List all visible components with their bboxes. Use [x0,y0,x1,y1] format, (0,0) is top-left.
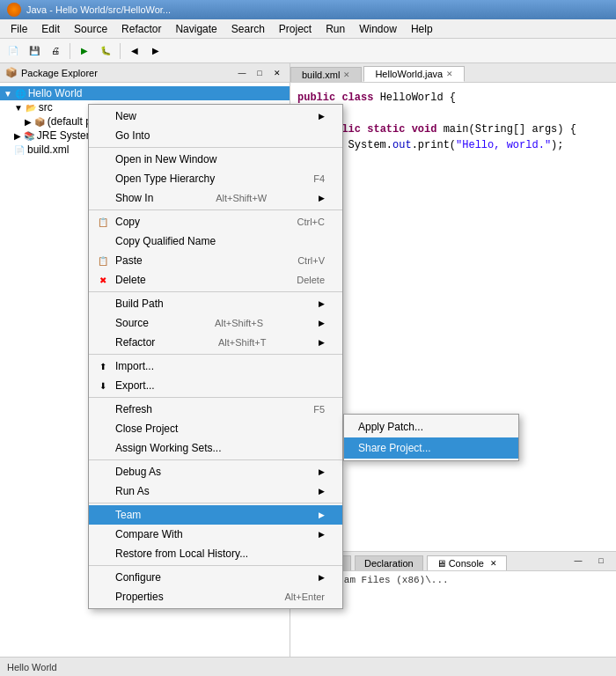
ctx-opentype[interactable]: Open Type Hierarchy F4 [89,169,342,188]
ctx-source[interactable]: Source Alt+Shift+S [89,313,342,333]
ctx-properties[interactable]: Properties Alt+Enter [89,587,342,606]
ctx-team[interactable]: Team [89,505,342,525]
pe-maximize[interactable]: □ [253,66,267,80]
toolbar-debug[interactable]: 🐛 [96,41,115,61]
ctx-refactor[interactable]: Refactor Alt+Shift+T [89,333,342,352]
ctx-copy[interactable]: 📋 Copy Ctrl+C [89,212,342,231]
ctx-new[interactable]: New [89,107,342,126]
ctx-delete[interactable]: ✖ Delete Delete [89,270,342,290]
tab-declaration-label: Declaration [364,558,414,569]
ctx-gointo[interactable]: Go Into [89,126,342,145]
ctx-opennew[interactable]: Open in New Window [89,150,342,169]
ctx-buildpath[interactable]: Build Path [89,294,342,313]
ctx-paste-label: Paste [115,254,143,267]
ctx-paste[interactable]: 📋 Paste Ctrl+V [89,251,342,270]
toolbar: 📄 💾 🖨 ▶ 🐛 ◀ ▶ [0,39,616,63]
ctx-runas[interactable]: Run As [89,481,342,501]
tab-buildxml-close[interactable]: ✕ [343,70,350,79]
submenu-applypatch[interactable]: Apply Patch... [344,416,518,437]
tree-item-helloworld[interactable]: ▼ 🌐 Hello World [0,86,290,100]
ctx-configure-label: Configure [115,571,161,584]
tab-console-close[interactable]: ✕ [490,559,497,568]
toolbar-sep2 [120,43,121,59]
ctx-source-shortcut: Alt+Shift+S [215,318,263,328]
ctx-opennew-label: Open in New Window [115,153,216,165]
menu-item-search[interactable]: Search [224,21,272,37]
toolbar-run[interactable]: ▶ [75,41,94,61]
ctx-copyqualified[interactable]: Copy Qualified Name [89,231,342,251]
ctx-export-label: Export... [115,379,155,392]
menu-item-source[interactable]: Source [67,21,114,37]
ctx-showin[interactable]: Show In Alt+Shift+W [89,188,342,208]
bottom-minimize[interactable]: — [568,551,588,570]
ctx-refresh[interactable]: Refresh F5 [89,400,342,419]
menu-bar: FileEditSourceRefactorNavigateSearchProj… [0,19,616,39]
ctx-debugas[interactable]: Debug As [89,462,342,481]
ctx-gointo-label: Go Into [115,129,150,142]
tab-helloworldjava[interactable]: HelloWorld.java ✕ [363,66,465,82]
ctx-import[interactable]: ⬆ Import... [89,356,342,376]
tab-declaration[interactable]: Declaration [355,555,423,570]
tab-buildxml[interactable]: build.xml ✕ [290,67,362,82]
submenu-shareproject-label: Share Project... [358,442,431,454]
tab-helloworldjava-close[interactable]: ✕ [446,70,453,78]
ctx-export[interactable]: ⬇ Export... [89,376,342,395]
ctx-configure[interactable]: Configure [89,568,342,587]
pe-close[interactable]: ✕ [270,66,284,80]
menu-item-project[interactable]: Project [272,21,319,37]
submenu-shareproject[interactable]: Share Project... [344,437,518,459]
menu-item-edit[interactable]: Edit [34,21,67,37]
toolbar-back[interactable]: ◀ [125,41,144,61]
ctx-sep6 [89,459,342,460]
ctx-import-label: Import... [115,360,154,372]
tab-buildxml-label: build.xml [302,70,340,80]
ctx-delete-shortcut: Delete [297,275,325,285]
window-icon [7,3,21,17]
submenu-applypatch-label: Apply Patch... [358,421,423,433]
ctx-restorefromlocal[interactable]: Restore from Local History... [89,544,342,563]
pe-minimize[interactable]: — [235,66,249,80]
ctx-new-icon [96,109,110,123]
menu-item-help[interactable]: Help [404,21,440,37]
ctx-delete-icon: ✖ [96,273,110,287]
bottom-maximize[interactable]: □ [591,551,611,570]
menu-item-run[interactable]: Run [319,21,352,37]
ctx-showin-label: Show In [115,192,153,204]
console-icon: 🖥 [436,558,446,569]
title-text: Java - Hello World/src/HelloWor... [26,4,171,15]
menu-item-refactor[interactable]: Refactor [114,21,168,37]
pe-header: 📦 Package Explorer — □ ✕ [0,63,290,83]
ctx-paste-icon: 📋 [96,254,110,268]
menu-item-navigate[interactable]: Navigate [168,21,224,37]
ctx-sep2 [89,209,342,210]
tree-icon-pkg: ▶ 📦 [25,117,45,127]
tree-label-src: src [39,101,53,114]
tree-icon-helloworld: ▼ 🌐 [4,89,26,99]
context-menu: New Go Into Open in New Window Open Type… [88,104,343,609]
ctx-export-icon: ⬇ [96,378,110,393]
ctx-refactor-shortcut: Alt+Shift+T [218,337,266,348]
tab-console[interactable]: 🖥 Console ✕ [427,555,507,570]
title-bar: Java - Hello World/src/HelloWor... [0,0,616,19]
ctx-properties-shortcut: Alt+Enter [284,592,325,602]
status-bar: Hello World [0,657,616,676]
toolbar-forward[interactable]: ▶ [146,41,165,61]
tab-console-label: Console [449,558,484,569]
ctx-refresh-label: Refresh [115,403,152,415]
ctx-refresh-shortcut: F5 [313,404,325,415]
toolbar-print[interactable]: 🖨 [46,41,65,61]
toolbar-new[interactable]: 📄 [4,41,23,61]
tree-icon-src: ▼ 📂 [14,103,36,113]
ctx-debugas-label: Debug As [115,466,161,478]
ctx-properties-label: Properties [115,591,164,603]
ctx-sep8 [89,565,342,566]
menu-item-window[interactable]: Window [352,21,404,37]
ctx-assignworkingsets-label: Assign Working Sets... [115,442,222,454]
menu-item-file[interactable]: File [4,21,34,37]
ctx-comparewith[interactable]: Compare With [89,525,342,544]
ctx-closeproject[interactable]: Close Project [89,419,342,438]
tree-icon-jre: ▶ 📚 [14,131,34,141]
ctx-import-icon: ⬆ [96,359,110,373]
ctx-assignworkingsets[interactable]: Assign Working Sets... [89,438,342,458]
toolbar-save[interactable]: 💾 [25,41,44,61]
